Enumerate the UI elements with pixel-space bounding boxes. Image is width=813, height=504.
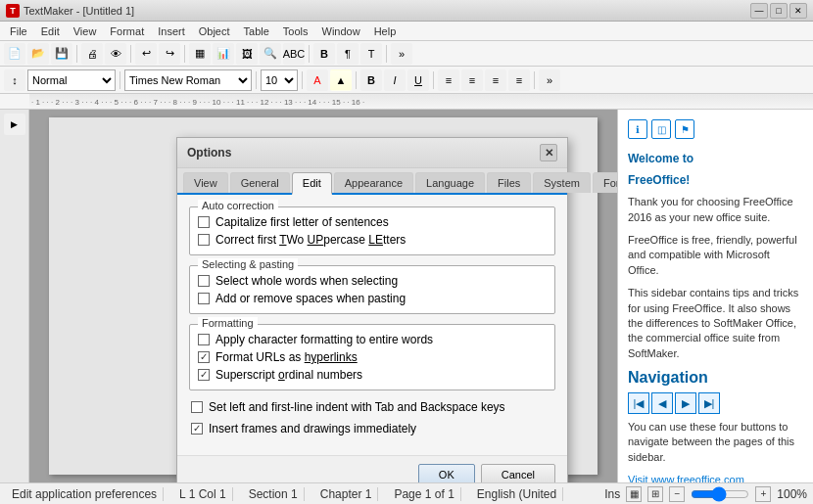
sidebar-info-icon[interactable]: ℹ [628, 119, 647, 139]
cb-cap-uppercase[interactable] [198, 234, 210, 246]
cb-tab-indent-label: Set left and first-line indent with Tab … [209, 400, 505, 414]
style-dropdown-arrow[interactable]: ↕ [4, 69, 25, 91]
menu-format[interactable]: Format [104, 23, 150, 39]
separator [386, 45, 387, 63]
open-button[interactable]: 📂 [27, 43, 49, 65]
align-left-button[interactable]: ≡ [438, 69, 459, 91]
table-icon[interactable]: ▦ [189, 43, 211, 65]
close-button[interactable]: ✕ [789, 3, 807, 19]
ok-button[interactable]: OK [418, 464, 475, 482]
align-center-button[interactable]: ≡ [461, 69, 483, 91]
menu-help[interactable]: Help [368, 23, 403, 39]
spell-button[interactable]: ABC [283, 43, 305, 65]
sidebar-nav-buttons: |◀ ◀ ▶ ▶| [628, 392, 803, 414]
status-cursor-pos: L 1 Col 1 [173, 487, 233, 501]
cancel-button[interactable]: Cancel [481, 464, 555, 482]
nav-first-button[interactable]: |◀ [628, 392, 649, 414]
view-normal-btn[interactable]: ▦ [626, 486, 642, 502]
zoom-slider[interactable] [691, 487, 749, 501]
menu-edit[interactable]: Edit [35, 23, 66, 39]
sidebar-welcome-title: Welcome to FreeOffice! [628, 147, 803, 189]
zoom-out-btn[interactable]: − [669, 486, 685, 502]
menu-object[interactable]: Object [193, 23, 236, 39]
font-family-select[interactable]: Times New Roman [124, 69, 252, 91]
align-right-button[interactable]: ≡ [485, 69, 506, 91]
highlight-btn[interactable]: ▲ [330, 69, 352, 91]
sidebar-flag-icon[interactable]: ⚑ [675, 119, 694, 139]
tab-view[interactable]: View [183, 172, 228, 193]
cb-superscript[interactable] [198, 369, 210, 381]
cb-tab-indent[interactable] [191, 401, 203, 413]
cb-insert-frames-label: Insert frames and drawings immediately [209, 422, 416, 435]
menu-window[interactable]: Window [316, 23, 366, 39]
cb-format-urls[interactable] [198, 351, 210, 363]
cb-cap-sentences[interactable] [198, 216, 210, 228]
minimize-button[interactable]: — [750, 3, 768, 19]
paragraph-style-select[interactable]: Normal [27, 69, 116, 91]
italic-button[interactable]: I [384, 69, 406, 91]
print-button[interactable]: 🖨 [81, 43, 103, 65]
menu-tools[interactable]: Tools [277, 23, 314, 39]
sidebar-para1: Thank you for choosing FreeOffice 2016 a… [628, 195, 803, 225]
separator [433, 71, 434, 89]
sidebar-link[interactable]: Visit www.freeoffice.com [628, 474, 744, 482]
p-icon[interactable]: ¶ [337, 43, 359, 65]
undo-button[interactable]: ↩ [135, 43, 157, 65]
new-button[interactable]: 📄 [4, 43, 25, 65]
zoom-level: 100% [777, 487, 807, 501]
menu-file[interactable]: File [4, 23, 33, 39]
cb-remove-spaces[interactable] [198, 293, 210, 304]
left-panel: ▶ [0, 110, 29, 482]
separator [130, 45, 131, 63]
image-icon[interactable]: 🖼 [236, 43, 258, 65]
menu-view[interactable]: View [68, 23, 103, 39]
options-dialog: Options ✕ View General Edit Appearance L… [176, 137, 568, 482]
tab-edit[interactable]: Edit [292, 172, 332, 195]
more-format-btn[interactable]: » [539, 69, 560, 91]
tab-system[interactable]: System [533, 172, 591, 193]
view-toggle-btn[interactable]: ▶ [4, 114, 25, 135]
cb-superscript-label: Superscript ordinal numbers [215, 368, 362, 382]
status-chapter: Chapter 1 [314, 487, 379, 501]
cb-whole-words[interactable] [198, 275, 210, 287]
nav-next-button[interactable]: ▶ [675, 392, 696, 414]
font-size-select[interactable]: 10 [261, 69, 298, 91]
more-btn[interactable]: » [391, 43, 412, 65]
underline-button[interactable]: U [407, 69, 429, 91]
tab-language[interactable]: Language [415, 172, 485, 193]
nav-last-button[interactable]: ▶| [698, 392, 720, 414]
menu-table[interactable]: Table [238, 23, 275, 39]
document-page: Options ✕ View General Edit Appearance L… [49, 117, 598, 475]
dialog-buttons: OK Cancel [177, 455, 567, 482]
save-button[interactable]: 💾 [51, 43, 72, 65]
find-button[interactable]: 🔍 [260, 43, 281, 65]
view-web-btn[interactable]: ⊞ [647, 486, 663, 502]
print-preview-button[interactable]: 👁 [105, 43, 126, 65]
maximize-button[interactable]: □ [770, 3, 788, 19]
menu-insert[interactable]: Insert [152, 23, 191, 39]
window-title: TextMaker - [Untitled 1] [24, 5, 134, 17]
dialog-content: Auto correction Capitalize first letter … [177, 195, 567, 455]
textbox-btn[interactable]: T [360, 43, 382, 65]
bold-button[interactable]: B [360, 69, 382, 91]
bold-large-btn[interactable]: B [313, 43, 335, 65]
tab-files[interactable]: Files [487, 172, 531, 193]
nav-prev-button[interactable]: ◀ [651, 392, 673, 414]
up-underline: UP [308, 233, 324, 247]
dialog-close-button[interactable]: ✕ [540, 144, 557, 161]
align-justify-button[interactable]: ≡ [508, 69, 530, 91]
sidebar-nav-icon[interactable]: ◫ [651, 119, 671, 139]
status-page: Page 1 of 1 [388, 487, 460, 501]
redo-button[interactable]: ↪ [159, 43, 180, 65]
zoom-in-btn[interactable]: + [755, 486, 771, 502]
tab-fonts[interactable]: Fonts [593, 172, 617, 193]
status-ins: Ins [604, 487, 620, 501]
cb-char-formatting[interactable] [198, 334, 210, 345]
chart-icon[interactable]: 📊 [213, 43, 234, 65]
tab-general[interactable]: General [230, 172, 290, 193]
ruler: · 1 · · · 2 · · · 3 · · · 4 · · · 5 · · … [0, 94, 813, 110]
tab-appearance[interactable]: Appearance [334, 172, 413, 193]
font-color-btn[interactable]: A [307, 69, 328, 91]
cb-insert-frames[interactable] [191, 423, 203, 435]
checkbox-row-remove-spaces: Add or remove spaces when pasting [198, 292, 547, 305]
